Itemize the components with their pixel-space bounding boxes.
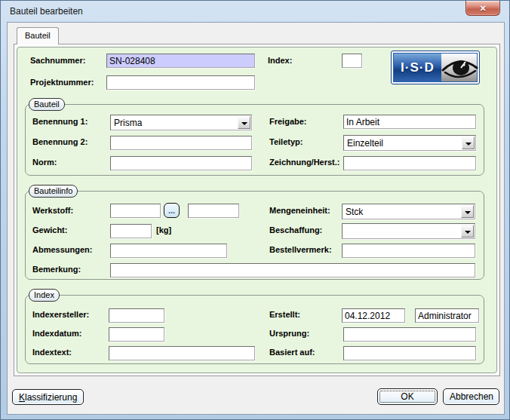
bemerkung-input[interactable] [110, 263, 475, 277]
norm-label: Norm: [32, 158, 57, 167]
benennung1-value: Prisma [114, 118, 142, 128]
title-bar[interactable]: Bauteil bearbeiten [1, 1, 509, 22]
close-button[interactable]: ✕ [465, 1, 500, 16]
klassifizierung-button-label: Klassifizierung [19, 392, 77, 403]
dialog-window: Bauteil bearbeiten ✕ Bauteil Sachnummer:… [0, 0, 510, 420]
index-label: Index: [268, 56, 292, 65]
close-icon: ✕ [479, 4, 486, 13]
isd-logo-text-block: I·S·D [394, 54, 441, 81]
dialog-client: Bauteil Sachnummer: Index: I·S·D [7, 22, 505, 415]
abbrechen-button[interactable]: Abbrechen [443, 388, 499, 405]
index-input[interactable] [342, 54, 362, 68]
freigabe-input[interactable] [343, 115, 476, 129]
group-bauteilinfo-title: Bauteilinfo [29, 185, 78, 198]
projektnummer-label: Projektnummer: [30, 78, 94, 87]
erstellt-user-input[interactable] [415, 308, 479, 323]
indexersteller-label: Indexersteller: [32, 310, 89, 319]
basiert-label: Basiert auf: [269, 348, 315, 357]
teiletyp-value: Einzelteil [347, 138, 383, 149]
gewicht-unit-label: [kg] [156, 225, 171, 235]
group-index-title: Index [29, 289, 60, 302]
benennung2-label: Benennung 2: [32, 137, 88, 146]
zeichnung-input[interactable] [343, 156, 476, 170]
indexersteller-input[interactable] [109, 308, 164, 323]
indextext-input[interactable] [109, 346, 255, 360]
gewicht-label: Gewicht: [32, 225, 67, 235]
eye-icon [441, 54, 477, 81]
erstellt-date-input[interactable] [342, 308, 405, 323]
dropdown-arrow-icon[interactable] [238, 116, 250, 129]
gewicht-input[interactable] [110, 224, 152, 238]
erstellt-label: Erstellt: [269, 310, 300, 319]
teiletyp-label: Teiletyp: [269, 137, 303, 146]
isd-logo-frame: I·S·D [393, 53, 478, 82]
ursprung-input[interactable] [343, 327, 476, 342]
ok-button[interactable]: OK [377, 388, 438, 405]
benennung1-combobox[interactable]: Prisma [110, 115, 252, 130]
window-title: Bauteil bearbeiten [10, 6, 83, 17]
projektnummer-input[interactable] [106, 75, 255, 90]
tab-label: Bauteil [25, 31, 51, 40]
abmessungen-label: Abmessungen: [32, 245, 92, 254]
isd-logo-text: I·S·D [401, 60, 435, 75]
mengeneinheit-combobox[interactable]: Stck [342, 204, 475, 219]
group-bauteil-title: Bauteil [29, 98, 65, 111]
benennung2-input[interactable] [110, 136, 252, 150]
werkstoff-input-2[interactable] [188, 204, 239, 218]
werkstoff-label: Werkstoff: [32, 206, 73, 215]
benennung1-label: Benennung 1: [32, 117, 88, 126]
abmessungen-input[interactable] [110, 244, 227, 258]
basiert-input[interactable] [343, 346, 476, 360]
sachnummer-label: Sachnummer: [30, 56, 85, 65]
werkstoff-browse-button[interactable]: ... [164, 203, 180, 218]
teiletyp-combobox[interactable]: Einzelteil [343, 135, 476, 151]
norm-input[interactable] [110, 156, 252, 170]
freigabe-label: Freigabe: [269, 117, 307, 126]
ok-button-label: OK [384, 391, 431, 402]
beschaffung-combobox[interactable] [342, 223, 475, 239]
klassifizierung-button[interactable]: Klassifizierung [12, 389, 84, 405]
sachnummer-input[interactable] [106, 54, 255, 68]
werkstoff-input[interactable] [110, 204, 161, 218]
bestellvermerk-input[interactable] [342, 244, 475, 258]
ursprung-label: Ursprung: [269, 329, 309, 338]
zeichnung-label: Zeichnung/Herst.: [269, 158, 340, 167]
beschaffung-label: Beschaffung: [269, 225, 322, 235]
dropdown-arrow-icon[interactable] [462, 136, 475, 149]
mengeneinheit-label: Mengeneinheit: [269, 206, 330, 215]
tab-bauteil[interactable]: Bauteil [17, 27, 59, 44]
ellipsis-icon: ... [168, 206, 175, 215]
indexdatum-label: Indexdatum: [32, 329, 81, 338]
abbrechen-button-label: Abbrechen [450, 391, 493, 402]
form-panel: Sachnummer: Index: I·S·D [17, 47, 497, 373]
indextext-label: Indextext: [32, 348, 72, 357]
bemerkung-label: Bemerkung: [32, 265, 81, 274]
dropdown-arrow-icon[interactable] [461, 225, 474, 238]
mengeneinheit-value: Stck [346, 207, 363, 217]
dropdown-arrow-icon[interactable] [461, 205, 474, 218]
bestellvermerk-label: Bestellvermerk: [269, 245, 332, 254]
indexdatum-input[interactable] [109, 327, 164, 342]
isd-logo: I·S·D [391, 51, 480, 84]
tab-page: Sachnummer: Index: I·S·D [14, 44, 500, 376]
